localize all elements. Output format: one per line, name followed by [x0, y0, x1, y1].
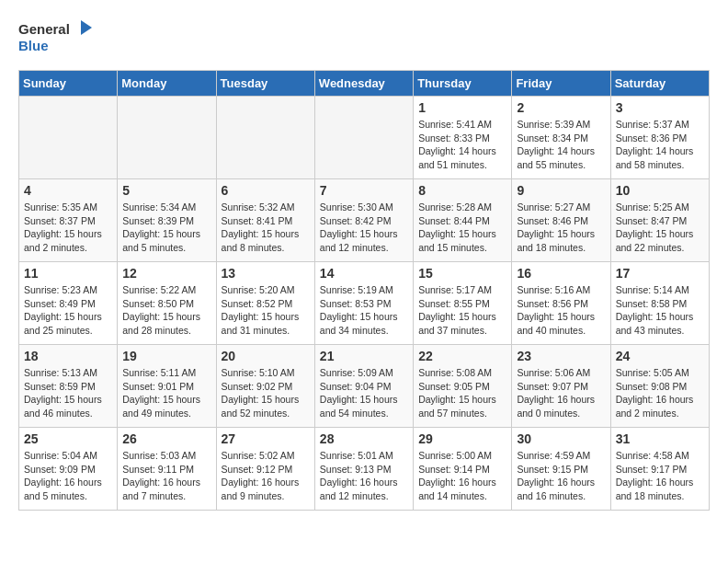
- day-info: Sunrise: 5:39 AM Sunset: 8:34 PM Dayligh…: [517, 118, 605, 172]
- day-cell: 7Sunrise: 5:30 AM Sunset: 8:42 PM Daylig…: [314, 179, 413, 262]
- day-number: 18: [24, 349, 112, 363]
- day-number: 4: [24, 183, 112, 198]
- day-cell: 11Sunrise: 5:23 AM Sunset: 8:49 PM Dayli…: [19, 262, 118, 345]
- day-info: Sunrise: 5:05 AM Sunset: 9:08 PM Dayligh…: [616, 366, 704, 420]
- day-info: Sunrise: 5:01 AM Sunset: 9:13 PM Dayligh…: [320, 449, 408, 503]
- day-cell: 29Sunrise: 5:00 AM Sunset: 9:14 PM Dayli…: [414, 428, 512, 511]
- day-info: Sunrise: 5:03 AM Sunset: 9:11 PM Dayligh…: [122, 449, 210, 503]
- day-number: 2: [517, 100, 605, 115]
- day-number: 17: [616, 266, 704, 281]
- day-info: Sunrise: 5:35 AM Sunset: 8:37 PM Dayligh…: [24, 201, 112, 255]
- day-info: Sunrise: 5:23 AM Sunset: 8:49 PM Dayligh…: [24, 283, 112, 338]
- day-number: 5: [122, 183, 210, 198]
- day-info: Sunrise: 5:06 AM Sunset: 9:07 PM Dayligh…: [517, 366, 605, 420]
- day-info: Sunrise: 5:32 AM Sunset: 8:41 PM Dayligh…: [222, 201, 310, 255]
- day-info: Sunrise: 4:59 AM Sunset: 9:15 PM Dayligh…: [517, 449, 605, 503]
- day-info: Sunrise: 5:10 AM Sunset: 9:02 PM Dayligh…: [222, 366, 310, 420]
- day-cell: [314, 97, 413, 179]
- logo-svg: GeneralBlue: [18, 18, 101, 55]
- day-number: 8: [418, 183, 506, 198]
- day-info: Sunrise: 5:20 AM Sunset: 8:52 PM Dayligh…: [222, 283, 310, 338]
- day-number: 23: [517, 349, 605, 363]
- day-cell: 28Sunrise: 5:01 AM Sunset: 9:13 PM Dayli…: [314, 428, 413, 511]
- day-info: Sunrise: 5:08 AM Sunset: 9:05 PM Dayligh…: [418, 366, 506, 420]
- day-number: 16: [517, 266, 605, 281]
- logo: GeneralBlue: [18, 18, 101, 55]
- day-cell: 8Sunrise: 5:28 AM Sunset: 8:44 PM Daylig…: [414, 179, 512, 262]
- day-number: 27: [222, 431, 310, 446]
- day-number: 6: [222, 183, 310, 198]
- day-number: 19: [122, 349, 210, 363]
- day-cell: 30Sunrise: 4:59 AM Sunset: 9:15 PM Dayli…: [512, 428, 610, 511]
- day-info: Sunrise: 5:02 AM Sunset: 9:12 PM Dayligh…: [222, 449, 310, 503]
- day-cell: 27Sunrise: 5:02 AM Sunset: 9:12 PM Dayli…: [216, 428, 314, 511]
- day-number: 12: [122, 266, 210, 281]
- day-info: Sunrise: 5:04 AM Sunset: 9:09 PM Dayligh…: [24, 449, 112, 503]
- day-cell: 3Sunrise: 5:37 AM Sunset: 8:36 PM Daylig…: [610, 97, 709, 179]
- day-cell: [118, 97, 216, 179]
- day-cell: 14Sunrise: 5:19 AM Sunset: 8:53 PM Dayli…: [314, 262, 413, 345]
- day-info: Sunrise: 5:41 AM Sunset: 8:33 PM Dayligh…: [418, 118, 506, 172]
- week-row-5: 25Sunrise: 5:04 AM Sunset: 9:09 PM Dayli…: [19, 428, 710, 511]
- day-info: Sunrise: 5:09 AM Sunset: 9:04 PM Dayligh…: [320, 366, 408, 420]
- day-cell: 13Sunrise: 5:20 AM Sunset: 8:52 PM Dayli…: [216, 262, 314, 345]
- day-number: 20: [222, 349, 310, 363]
- day-info: Sunrise: 5:14 AM Sunset: 8:58 PM Dayligh…: [616, 283, 704, 338]
- day-info: Sunrise: 5:28 AM Sunset: 8:44 PM Dayligh…: [418, 201, 506, 255]
- day-info: Sunrise: 5:17 AM Sunset: 8:55 PM Dayligh…: [418, 283, 506, 338]
- day-number: 1: [418, 100, 506, 115]
- day-number: 29: [418, 431, 506, 446]
- day-info: Sunrise: 5:16 AM Sunset: 8:56 PM Dayligh…: [517, 283, 605, 338]
- day-info: Sunrise: 5:27 AM Sunset: 8:46 PM Dayligh…: [517, 201, 605, 255]
- day-cell: 12Sunrise: 5:22 AM Sunset: 8:50 PM Dayli…: [118, 262, 216, 345]
- day-info: Sunrise: 5:22 AM Sunset: 8:50 PM Dayligh…: [122, 283, 210, 338]
- day-number: 28: [320, 431, 408, 446]
- day-info: Sunrise: 5:19 AM Sunset: 8:53 PM Dayligh…: [320, 283, 408, 338]
- svg-text:General: General: [18, 21, 70, 37]
- day-cell: 16Sunrise: 5:16 AM Sunset: 8:56 PM Dayli…: [512, 262, 610, 345]
- day-number: 21: [320, 349, 408, 363]
- day-cell: 6Sunrise: 5:32 AM Sunset: 8:41 PM Daylig…: [216, 179, 314, 262]
- day-info: Sunrise: 5:25 AM Sunset: 8:47 PM Dayligh…: [616, 201, 704, 255]
- calendar-table: SundayMondayTuesdayWednesdayThursdayFrid…: [18, 70, 710, 511]
- svg-marker-1: [81, 20, 92, 35]
- day-cell: 15Sunrise: 5:17 AM Sunset: 8:55 PM Dayli…: [414, 262, 512, 345]
- day-info: Sunrise: 5:13 AM Sunset: 8:59 PM Dayligh…: [24, 366, 112, 420]
- day-cell: 20Sunrise: 5:10 AM Sunset: 9:02 PM Dayli…: [216, 345, 314, 428]
- day-number: 24: [616, 349, 704, 363]
- day-number: 15: [418, 266, 506, 281]
- day-cell: 24Sunrise: 5:05 AM Sunset: 9:08 PM Dayli…: [610, 345, 709, 428]
- weekday-header-thursday: Thursday: [414, 71, 512, 97]
- day-cell: [19, 97, 118, 179]
- svg-text:Blue: Blue: [18, 38, 49, 53]
- day-number: 14: [320, 266, 408, 281]
- day-info: Sunrise: 5:30 AM Sunset: 8:42 PM Dayligh…: [320, 201, 408, 255]
- day-cell: 5Sunrise: 5:34 AM Sunset: 8:39 PM Daylig…: [118, 179, 216, 262]
- day-number: 22: [418, 349, 506, 363]
- week-row-3: 11Sunrise: 5:23 AM Sunset: 8:49 PM Dayli…: [19, 262, 710, 345]
- day-cell: 9Sunrise: 5:27 AM Sunset: 8:46 PM Daylig…: [512, 179, 610, 262]
- day-info: Sunrise: 4:58 AM Sunset: 9:17 PM Dayligh…: [616, 449, 704, 503]
- day-number: 10: [616, 183, 704, 198]
- day-number: 25: [24, 431, 112, 446]
- day-cell: 4Sunrise: 5:35 AM Sunset: 8:37 PM Daylig…: [19, 179, 118, 262]
- day-cell: 17Sunrise: 5:14 AM Sunset: 8:58 PM Dayli…: [610, 262, 709, 345]
- day-number: 30: [517, 431, 605, 446]
- day-number: 7: [320, 183, 408, 198]
- day-cell: 19Sunrise: 5:11 AM Sunset: 9:01 PM Dayli…: [118, 345, 216, 428]
- weekday-header-monday: Monday: [118, 71, 216, 97]
- day-cell: 26Sunrise: 5:03 AM Sunset: 9:11 PM Dayli…: [118, 428, 216, 511]
- week-row-1: 1Sunrise: 5:41 AM Sunset: 8:33 PM Daylig…: [19, 97, 710, 179]
- weekday-header-tuesday: Tuesday: [216, 71, 314, 97]
- week-row-4: 18Sunrise: 5:13 AM Sunset: 8:59 PM Dayli…: [19, 345, 710, 428]
- day-cell: [216, 97, 314, 179]
- day-number: 26: [122, 431, 210, 446]
- day-number: 3: [616, 100, 704, 115]
- weekday-header-friday: Friday: [512, 71, 610, 97]
- weekday-header-sunday: Sunday: [19, 71, 118, 97]
- day-number: 13: [222, 266, 310, 281]
- page-header: GeneralBlue: [18, 18, 710, 55]
- week-row-2: 4Sunrise: 5:35 AM Sunset: 8:37 PM Daylig…: [19, 179, 710, 262]
- day-cell: 1Sunrise: 5:41 AM Sunset: 8:33 PM Daylig…: [414, 97, 512, 179]
- day-cell: 31Sunrise: 4:58 AM Sunset: 9:17 PM Dayli…: [610, 428, 709, 511]
